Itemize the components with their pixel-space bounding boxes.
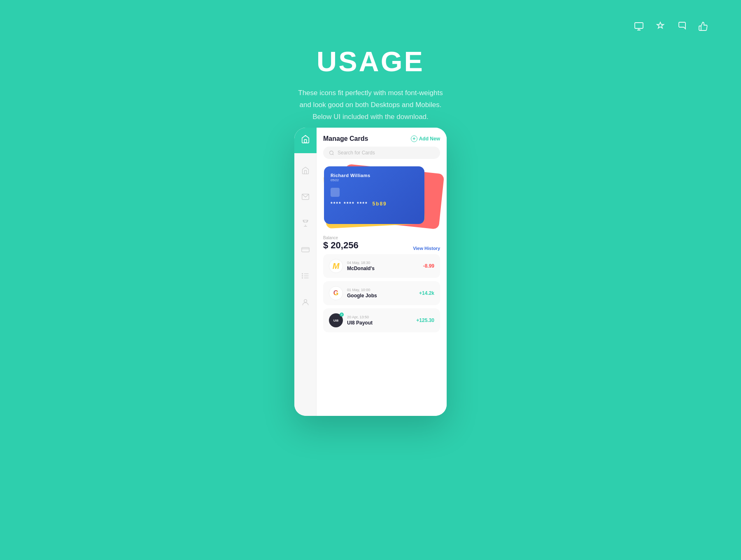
bank-icon [301,135,310,146]
transaction-item[interactable]: UI8 3 20 Apr, 13:50 UI8 Payout +125.30 [323,308,440,332]
transactions-list: M 04 May, 18:30 McDonald's -8.99 G 01 Ma… [317,254,447,416]
svg-point-9 [302,273,303,274]
thumbs-down-icon[interactable] [677,21,687,34]
svg-rect-0 [635,23,643,28]
balance-label: Balance [323,236,359,240]
phone-mockup: Manage Cards + Add New Search for Cards … [294,128,447,416]
transaction-item[interactable]: M 04 May, 18:30 McDonald's -8.99 [323,254,440,278]
balance-info: Balance $ 20,256 [323,236,359,251]
svg-point-13 [330,151,333,154]
monitor-icon[interactable] [634,21,644,34]
transaction-info: 01 May, 10:00 Google Jobs [347,288,415,299]
transaction-date: 20 Apr, 13:50 [347,315,412,319]
sidebar-item-user[interactable] [298,295,313,310]
thumbs-up-icon[interactable] [698,21,708,34]
app-header-title: Manage Cards [323,135,368,142]
transaction-name: UI8 Payout [347,320,412,326]
main-content: Manage Cards + Add New Search for Cards … [317,128,447,416]
svg-point-12 [304,299,307,302]
top-icons-bar [634,21,708,34]
transaction-info: 04 May, 18:30 McDonald's [347,261,419,271]
transaction-item[interactable]: G 01 May, 10:00 Google Jobs +14.2k [323,281,440,305]
svg-point-11 [302,278,303,278]
svg-rect-1 [304,140,307,142]
sidebar-item-mail[interactable] [298,189,313,204]
page-subtitle: These icons fit perfectly with most font… [0,87,741,123]
card-stack: Richard Williams 05/22 **** **** **** 5b… [323,165,440,231]
transaction-date: 01 May, 10:00 [347,288,415,292]
app-header: Manage Cards + Add New [317,128,447,147]
svg-rect-4 [301,247,309,252]
sidebar-item-card[interactable] [298,242,313,257]
transaction-amount: -8.99 [423,263,434,269]
svg-point-10 [302,275,303,276]
transaction-name: Google Jobs [347,293,415,299]
view-history-button[interactable]: View History [413,246,440,251]
add-new-button[interactable]: + Add New [411,135,440,142]
card-number: **** **** **** 5b89 [331,201,418,207]
sidebar [294,128,317,416]
ui8-logo: UI8 3 [329,313,343,327]
transaction-info: 20 Apr, 13:50 UI8 Payout [347,315,412,326]
search-placeholder: Search for Cards [338,150,375,156]
sidebar-item-trophy[interactable] [298,216,313,231]
sidebar-item-home[interactable] [298,163,313,178]
search-bar[interactable]: Search for Cards [323,147,440,159]
page-title-section: USAGE These icons fit perfectly with mos… [0,45,741,123]
balance-section: Balance $ 20,256 View History [317,231,447,254]
svg-line-14 [333,154,333,155]
card-chip [331,188,340,197]
ui8-badge: 3 [340,313,344,317]
sidebar-nav [298,153,313,310]
sidebar-logo [294,128,317,153]
transaction-date: 04 May, 18:30 [347,261,419,265]
transaction-amount: +125.30 [416,317,434,323]
search-icon [329,150,334,156]
card-main[interactable]: Richard Williams 05/22 **** **** **** 5b… [324,166,424,224]
page-title: USAGE [0,45,741,77]
mcdonalds-logo: M [329,259,343,273]
google-logo: G [329,286,343,300]
card-holder-name: Richard Williams [331,173,418,178]
sidebar-item-list[interactable] [298,268,313,283]
transaction-name: McDonald's [347,266,419,271]
add-new-circle-icon: + [411,135,417,142]
balance-amount: $ 20,256 [323,240,359,250]
pin-icon[interactable] [655,21,665,34]
transaction-amount: +14.2k [419,290,434,296]
card-expiry: 05/22 [331,178,418,182]
